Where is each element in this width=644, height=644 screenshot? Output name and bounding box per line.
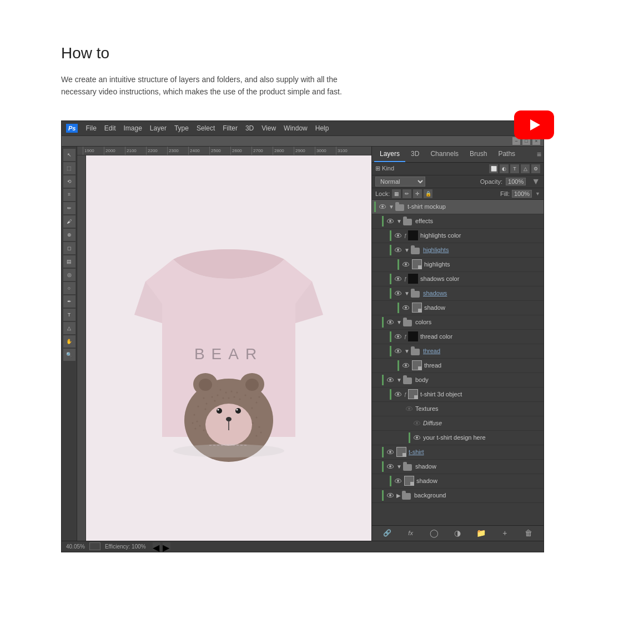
- layer-eye-toggle[interactable]: [401, 260, 410, 269]
- tool-pen[interactable]: ✒: [63, 295, 76, 308]
- tab-paths[interactable]: Paths: [492, 147, 521, 162]
- layer-eye-toggle[interactable]: [386, 462, 395, 471]
- tool-blur[interactable]: ◎: [63, 269, 76, 281]
- visibility-bar: [390, 230, 391, 241]
- svg-point-16: [239, 398, 241, 400]
- layer-name: shadow: [415, 463, 541, 470]
- svg-point-58: [226, 417, 232, 421]
- delete-layer-button[interactable]: 🗑: [522, 527, 535, 539]
- layer-eye-toggle[interactable]: [386, 375, 395, 384]
- add-mask-button[interactable]: ◯: [428, 527, 440, 539]
- kind-smart-icon[interactable]: ⚙: [531, 164, 540, 173]
- layer-eye-toggle[interactable]: [394, 274, 402, 283]
- kind-adjust-icon[interactable]: ◐: [500, 164, 509, 173]
- adjustment-button[interactable]: ◑: [451, 527, 464, 539]
- expand-arrow[interactable]: ▶: [396, 492, 401, 499]
- menu-edit[interactable]: Edit: [101, 123, 119, 133]
- layer-item: highlights: [372, 258, 544, 272]
- lock-label: Lock:: [375, 190, 390, 197]
- tool-brush[interactable]: 🖌: [63, 215, 76, 228]
- layer-eye-toggle[interactable]: [394, 289, 402, 298]
- layer-eye-toggle[interactable]: [386, 318, 395, 326]
- youtube-button[interactable]: [514, 110, 554, 139]
- tool-lasso[interactable]: ⟲: [63, 175, 76, 188]
- tool-eraser[interactable]: ◻: [63, 242, 76, 254]
- layer-eye-toggle[interactable]: [386, 217, 395, 225]
- tool-select[interactable]: ⬚: [63, 162, 76, 174]
- tool-hand[interactable]: ✋: [63, 335, 76, 348]
- tool-gradient[interactable]: ▤: [63, 255, 76, 268]
- blend-mode-dropdown[interactable]: Normal: [375, 177, 425, 187]
- svg-point-7: [214, 400, 216, 401]
- expand-arrow[interactable]: ▼: [396, 377, 402, 383]
- tab-brush[interactable]: Brush: [464, 147, 492, 162]
- kind-text-icon[interactable]: T: [510, 164, 519, 173]
- tool-path[interactable]: △: [63, 322, 76, 334]
- tool-clone[interactable]: ⊕: [63, 229, 76, 241]
- layer-eye-toggle[interactable]: [401, 361, 410, 370]
- layer-eye-toggle[interactable]: [401, 303, 410, 312]
- layer-eye-toggle[interactable]: [394, 346, 402, 355]
- lock-all-icon[interactable]: 🔒: [424, 189, 432, 198]
- layer-eye-toggle[interactable]: [386, 447, 395, 456]
- layer-eye-toggle[interactable]: [394, 245, 402, 254]
- menu-filter[interactable]: Filter: [219, 123, 241, 133]
- svg-point-38: [252, 422, 254, 424]
- menu-type[interactable]: Type: [171, 123, 192, 133]
- tab-3d[interactable]: 3D: [405, 147, 425, 162]
- new-layer-button[interactable]: +: [499, 527, 511, 539]
- expand-arrow[interactable]: ▼: [389, 204, 394, 210]
- link-layers-button[interactable]: 🔗: [381, 527, 393, 539]
- layer-eye-toggle[interactable]: [412, 433, 421, 442]
- tool-dodge[interactable]: ○: [63, 282, 76, 294]
- layer-eye-toggle[interactable]: [412, 419, 421, 427]
- layer-name: shadow: [424, 304, 541, 311]
- tool-move[interactable]: ↖: [63, 149, 76, 161]
- new-group-button[interactable]: 📁: [475, 527, 487, 539]
- layer-eye-toggle[interactable]: [394, 231, 402, 240]
- menu-window[interactable]: Window: [280, 123, 311, 133]
- expand-arrow[interactable]: ▼: [404, 348, 410, 354]
- tool-crop[interactable]: ⌗: [63, 189, 76, 201]
- layers-options-icon[interactable]: ≡: [537, 150, 541, 159]
- layer-eye-toggle[interactable]: [394, 332, 402, 341]
- layer-eye-toggle[interactable]: [394, 476, 402, 485]
- menu-layer[interactable]: Layer: [147, 123, 170, 133]
- layer-eye-toggle[interactable]: [394, 390, 402, 399]
- expand-arrow[interactable]: ▼: [396, 319, 402, 325]
- tool-zoom[interactable]: 🔍: [63, 349, 76, 361]
- layers-list[interactable]: ▼ t-shirt mockup ▼ effects: [372, 200, 544, 525]
- tab-layers[interactable]: Layers: [374, 147, 405, 162]
- lock-pixels-icon[interactable]: ✏: [402, 189, 411, 198]
- opacity-input[interactable]: [506, 178, 526, 185]
- expand-arrow[interactable]: ▼: [396, 218, 402, 224]
- tool-text[interactable]: T: [63, 309, 76, 321]
- fx-button[interactable]: fx: [405, 527, 417, 539]
- menu-help[interactable]: Help: [312, 123, 333, 133]
- tool-eyedropper[interactable]: ✏: [63, 202, 76, 214]
- expand-arrow[interactable]: ▼: [404, 290, 410, 296]
- fill-input[interactable]: [512, 190, 532, 198]
- menu-3d[interactable]: 3D: [242, 123, 257, 133]
- menu-view[interactable]: View: [258, 123, 279, 133]
- lock-transparent-icon[interactable]: ▦: [392, 189, 401, 198]
- kind-shape-icon[interactable]: △: [521, 164, 530, 173]
- expand-arrow[interactable]: ▼: [404, 247, 410, 253]
- menu-image[interactable]: Image: [120, 123, 145, 133]
- layer-eye-toggle[interactable]: [405, 404, 414, 413]
- menu-select[interactable]: Select: [193, 123, 218, 133]
- layer-item: ▼ body: [372, 373, 544, 388]
- zoom-icon[interactable]: [89, 542, 100, 550]
- menu-file[interactable]: File: [82, 123, 99, 133]
- tab-channels[interactable]: Channels: [425, 147, 464, 162]
- svg-point-9: [220, 389, 222, 390]
- layers-bottom-toolbar: 🔗 fx ◯ ◑ 📁 + 🗑: [372, 525, 544, 541]
- play-forward-button[interactable]: ▶: [163, 542, 170, 550]
- layer-eye-toggle[interactable]: [378, 202, 387, 211]
- layer-thumbnail: [396, 447, 406, 457]
- play-back-button[interactable]: ◀: [153, 542, 160, 550]
- lock-position-icon[interactable]: ✛: [413, 189, 422, 198]
- expand-arrow[interactable]: ▼: [396, 464, 402, 470]
- layer-eye-toggle[interactable]: [386, 491, 395, 500]
- kind-pixel-icon[interactable]: ⬜: [489, 164, 498, 173]
